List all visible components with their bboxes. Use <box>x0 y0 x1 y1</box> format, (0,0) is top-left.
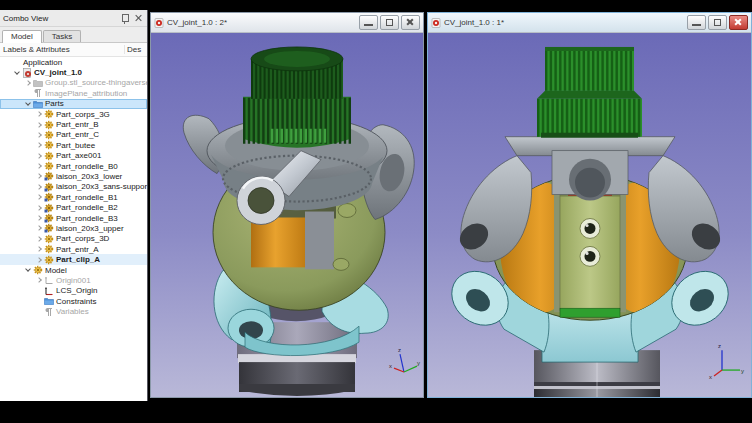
expand-arrow-icon[interactable] <box>35 120 44 129</box>
tree-item-model[interactable]: Model <box>0 265 147 275</box>
collapse-arrow-icon[interactable] <box>13 68 22 77</box>
tree-item-part-clip-a[interactable]: Part_clip_A <box>0 254 147 264</box>
green-knob[interactable] <box>537 47 642 138</box>
screw-top[interactable] <box>580 218 600 238</box>
part-link-icon <box>44 213 54 223</box>
expand-arrow-icon[interactable] <box>35 224 44 233</box>
viewport1-3d-view[interactable]: z y x <box>151 33 423 397</box>
expand-arrow-icon[interactable] <box>35 245 44 254</box>
viewport1-titlebar[interactable]: CV_joint_1.0 : 2* <box>151 13 423 33</box>
minimize-button[interactable] <box>687 15 706 30</box>
part-yellow-icon <box>44 234 54 244</box>
viewport2-3d-view[interactable]: z y x <box>428 33 751 397</box>
orange-cross-pin[interactable] <box>251 217 305 267</box>
arrow-spacer <box>2 58 11 67</box>
tree-item-label: laison_20x3_upper <box>56 224 124 233</box>
tree-item-cv-joint-1-0[interactable]: CV_joint_1.0 <box>0 67 147 77</box>
svg-text:y: y <box>417 360 420 366</box>
axis-indicator: z y x <box>709 343 744 380</box>
origin-axis-icon <box>44 275 54 285</box>
part-yellow-icon <box>44 161 54 171</box>
labels-attributes-header[interactable]: Labels & Attributes <box>0 45 124 54</box>
tree-item-part-entr-b[interactable]: Part_entr_B <box>0 119 147 129</box>
minimize-button[interactable] <box>359 15 378 30</box>
tree-item-part-rondelle-b1[interactable]: Part_rondelle_B1 <box>0 192 147 202</box>
dock-pin-button[interactable] <box>120 13 131 23</box>
tree-item-label: Model <box>45 266 67 275</box>
tree-item-constraints[interactable]: Constraints <box>0 296 147 306</box>
viewport-window-2: CV_joint_1.0 : 1* <box>427 12 752 398</box>
tree-item-part-rondelle-b0[interactable]: Part_rondelle_B0 <box>0 161 147 171</box>
tree-item-lcs-origin[interactable]: LCS_Origin <box>0 286 147 296</box>
part-yellow-icon <box>44 109 54 119</box>
pin-icon <box>122 14 129 22</box>
screen: Combo View Model Tasks Labels & Attribut… <box>0 0 752 423</box>
tree-item-parts[interactable]: Parts <box>0 99 147 109</box>
tree-item-application[interactable]: Application <box>0 57 147 67</box>
close-button[interactable] <box>729 15 748 30</box>
tree-item-part-corps-3g[interactable]: Part_corps_3G <box>0 109 147 119</box>
expand-arrow-icon[interactable] <box>35 162 44 171</box>
tree-item-part-axe001[interactable]: Part_axe001 <box>0 151 147 161</box>
expand-arrow-icon[interactable] <box>35 130 44 139</box>
tree-item-origin001[interactable]: Origin001 <box>0 275 147 285</box>
tab-model[interactable]: Model <box>2 30 42 43</box>
tree-item-group-stl-source-thingaverse[interactable]: Group.stl_source-thingaverse <box>0 78 147 88</box>
green-knob[interactable] <box>243 47 351 148</box>
tree-item-imageplane-attribution[interactable]: ImagePlane_attribution <box>0 88 147 98</box>
restore-button[interactable] <box>380 15 399 30</box>
tree-item-laison-20x3-lower[interactable]: laison_20x3_lower <box>0 171 147 181</box>
tree-item-laison-20x3-upper[interactable]: laison_20x3_upper <box>0 223 147 233</box>
panel-close-button[interactable] <box>133 13 144 23</box>
screw-bottom[interactable] <box>580 246 600 266</box>
tree-item-label: laison_20x3_lower <box>56 172 122 181</box>
tab-tasks[interactable]: Tasks <box>43 30 81 42</box>
tree-item-label: laison_20x3_sans-support <box>56 182 147 191</box>
tree-item-label: Variables <box>56 307 89 316</box>
part-yellow-icon <box>44 130 54 140</box>
expand-arrow-icon[interactable] <box>35 234 44 243</box>
arrow-spacer <box>35 297 44 306</box>
part-link-icon <box>44 223 54 233</box>
tree-item-label: Part_clip_A <box>56 255 100 264</box>
part-link-icon <box>44 171 54 181</box>
expand-arrow-icon[interactable] <box>24 78 33 87</box>
expand-arrow-icon[interactable] <box>35 203 44 212</box>
expand-arrow-icon[interactable] <box>35 172 44 181</box>
tree-item-label: Application <box>23 58 62 67</box>
tree-item-variables[interactable]: Variables <box>0 306 147 316</box>
expand-arrow-icon[interactable] <box>35 110 44 119</box>
collapse-arrow-icon[interactable] <box>24 266 33 275</box>
green-band[interactable] <box>560 308 620 317</box>
collapse-arrow-icon[interactable] <box>24 99 33 108</box>
folder-blue-icon <box>33 99 43 109</box>
tree-item-laison-20x3-sans-support[interactable]: laison_20x3_sans-support <box>0 182 147 192</box>
part-yellow-icon <box>44 140 54 150</box>
viewport2-titlebar[interactable]: CV_joint_1.0 : 1* <box>428 13 751 33</box>
description-header[interactable]: Des <box>124 45 147 54</box>
tree-item-part-corps-3d[interactable]: Part_corps_3D <box>0 234 147 244</box>
tree-item-part-entr-c[interactable]: Part_entr_C <box>0 130 147 140</box>
tree-item-label: Constraints <box>56 297 96 306</box>
expand-arrow-icon[interactable] <box>35 214 44 223</box>
expand-arrow-icon[interactable] <box>35 276 44 285</box>
image-plane-icon <box>44 307 54 317</box>
expand-arrow-icon[interactable] <box>35 255 44 264</box>
combo-view-title: Combo View <box>3 14 118 23</box>
combo-view-titlebar[interactable]: Combo View <box>0 10 147 27</box>
expand-arrow-icon[interactable] <box>35 141 44 150</box>
expand-arrow-icon[interactable] <box>35 182 44 191</box>
expand-arrow-icon[interactable] <box>35 151 44 160</box>
image-plane-icon <box>33 88 43 98</box>
tree-item-part-rondelle-b3[interactable]: Part_rondelle_B3 <box>0 213 147 223</box>
part-link-icon <box>44 182 54 192</box>
svg-text:x: x <box>389 363 392 369</box>
tree-item-label: Origin001 <box>56 276 91 285</box>
close-button[interactable] <box>401 15 420 30</box>
tree-item-part-entr-a[interactable]: Part_entr_A <box>0 244 147 254</box>
expand-arrow-icon[interactable] <box>35 193 44 202</box>
freecad-file-icon <box>431 18 441 28</box>
tree-item-part-butee[interactable]: Part_butee <box>0 140 147 150</box>
tree-item-part-rondelle-b2[interactable]: Part_rondelle_B2 <box>0 202 147 212</box>
restore-button[interactable] <box>708 15 727 30</box>
